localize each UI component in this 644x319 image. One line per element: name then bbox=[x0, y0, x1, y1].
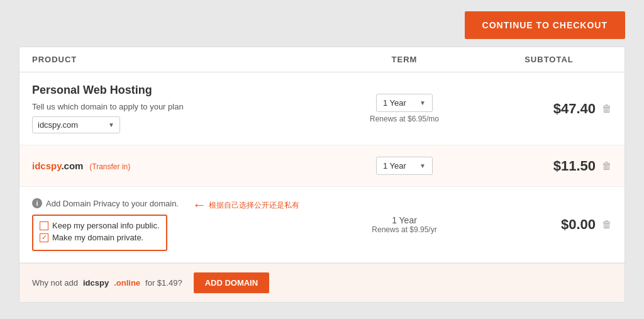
upsell-price-text: for $1.49? bbox=[145, 278, 182, 288]
privacy-options: i Add Domain Privacy to your domain. Kee… bbox=[32, 198, 179, 251]
privacy-option-1-row[interactable]: Keep my personal info public. bbox=[40, 221, 160, 230]
term-select-hosting[interactable]: 1 Year ▼ bbox=[376, 94, 433, 112]
make-private-label: Make my domain private. bbox=[52, 233, 143, 242]
domain-subtotal-cell: $11.50 🗑 bbox=[486, 158, 612, 174]
add-domain-button[interactable]: ADD DOMAIN bbox=[194, 272, 270, 293]
privacy-price: $0.00 bbox=[561, 216, 596, 233]
term-chevron-icon: ▼ bbox=[419, 99, 426, 106]
column-header-product: PRODUCT bbox=[32, 55, 323, 64]
product-subtitle: Tell us which domain to apply to your pl… bbox=[32, 102, 323, 111]
info-icon: i bbox=[32, 198, 42, 208]
term-renew-label: Renews at $6.95/mo bbox=[323, 115, 486, 123]
domain-product-cell: idcspy.com (Transfer in) bbox=[32, 160, 323, 171]
annotation-area: ← 根据自己选择公开还是私有 bbox=[192, 198, 299, 212]
keep-public-label: Keep my personal info public. bbox=[52, 221, 160, 230]
privacy-term-renew: Renews at $9.95/yr bbox=[323, 225, 486, 234]
term-select-value: 1 Year bbox=[383, 98, 406, 108]
term-select-domain[interactable]: 1 Year ▼ bbox=[376, 157, 433, 175]
hosting-subtotal-cell: $47.40 🗑 bbox=[486, 101, 612, 117]
upsell-domain-ext: .online bbox=[114, 278, 140, 288]
red-arrow-icon: ← bbox=[192, 198, 206, 212]
annotation-text: 根据自己选择公开还是私有 bbox=[209, 200, 299, 211]
privacy-term-value: 1 Year bbox=[323, 215, 486, 225]
domain-name: idcspy bbox=[32, 160, 61, 171]
table-row: Personal Web Hosting Tell us which domai… bbox=[19, 72, 625, 145]
privacy-product-cell: i Add Domain Privacy to your domain. Kee… bbox=[32, 198, 323, 251]
upsell-row: Why not add idcspy.online for $1.49? ADD… bbox=[19, 263, 625, 302]
make-private-checkbox[interactable] bbox=[40, 233, 48, 242]
domain-select[interactable]: idcspy.com ▼ bbox=[32, 116, 120, 133]
delete-privacy-icon[interactable]: 🗑 bbox=[602, 219, 612, 230]
privacy-option-2-row[interactable]: Make my domain private. bbox=[40, 233, 160, 242]
domain-select-value: idcspy.com bbox=[38, 120, 78, 130]
product-title: Personal Web Hosting bbox=[32, 84, 323, 97]
delete-domain-icon[interactable]: 🗑 bbox=[602, 160, 612, 172]
privacy-options-box: Keep my personal info public. Make my do… bbox=[32, 215, 167, 251]
continue-to-checkout-button[interactable]: CONTINUE TO CHECKOUT bbox=[465, 11, 625, 39]
upsell-domain-name: idcspy bbox=[83, 278, 109, 288]
privacy-term-cell: 1 Year Renews at $9.95/yr bbox=[323, 215, 486, 234]
hosting-price: $47.40 bbox=[553, 101, 596, 117]
domain-term-chevron-icon: ▼ bbox=[419, 162, 426, 169]
privacy-header-text: Add Domain Privacy to your domain. bbox=[46, 199, 179, 208]
transfer-label: (Transfer in) bbox=[89, 162, 130, 171]
domain-term-cell: 1 Year ▼ bbox=[323, 157, 486, 175]
column-header-subtotal: SUBTOTAL bbox=[486, 55, 612, 64]
privacy-subtotal-cell: $0.00 🗑 bbox=[486, 216, 612, 233]
privacy-header: i Add Domain Privacy to your domain. bbox=[32, 198, 179, 208]
column-header-term: TERM bbox=[323, 55, 486, 64]
domain-price: $11.50 bbox=[553, 158, 596, 174]
hosting-product-cell: Personal Web Hosting Tell us which domai… bbox=[32, 84, 323, 133]
domain-term-value: 1 Year bbox=[383, 161, 406, 171]
domain-select-chevron-icon: ▼ bbox=[108, 121, 114, 128]
keep-public-checkbox[interactable] bbox=[40, 221, 48, 230]
delete-hosting-icon[interactable]: 🗑 bbox=[602, 103, 612, 115]
upsell-text-before: Why not add bbox=[32, 278, 78, 288]
table-row-privacy: i Add Domain Privacy to your domain. Kee… bbox=[19, 187, 625, 263]
table-row-domain: idcspy.com (Transfer in) 1 Year ▼ $11.50… bbox=[19, 145, 625, 187]
domain-ext: .com bbox=[61, 160, 83, 171]
hosting-term-cell: 1 Year ▼ Renews at $6.95/mo bbox=[323, 94, 486, 123]
